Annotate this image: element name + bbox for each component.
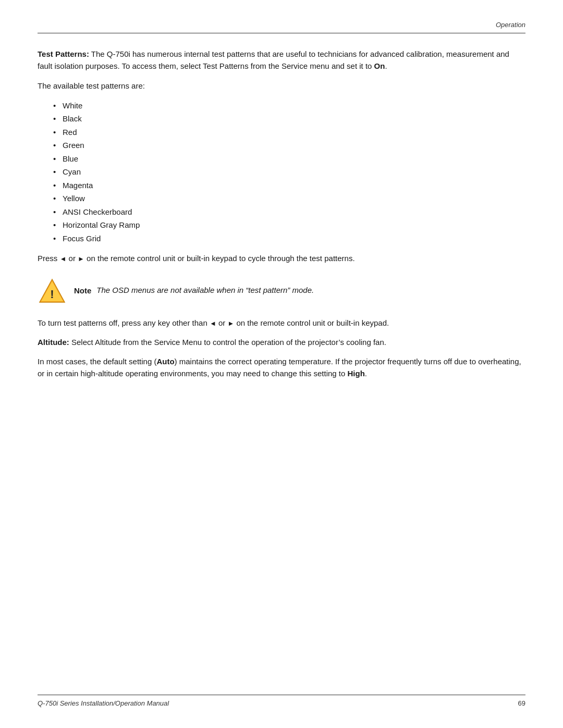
- list-item: Blue: [53, 152, 525, 166]
- note-text-area: Note The OSD menus are not available whe…: [74, 285, 314, 297]
- press-or: or: [66, 254, 78, 263]
- altitude-label: Altitude:: [38, 338, 69, 347]
- warning-icon: ! !: [38, 276, 67, 305]
- press-text-before: Press: [38, 254, 60, 263]
- most-cases-before: In most cases, the default setting (: [38, 357, 156, 366]
- turn-off-text-before: To turn test patterns off, press any key…: [38, 318, 210, 327]
- list-item: Black: [53, 112, 525, 126]
- list-item: Horizontal Gray Ramp: [53, 218, 525, 232]
- intro-on-bold: On: [374, 61, 385, 70]
- most-cases-period: .: [365, 369, 367, 378]
- bullet-list: White Black Red Green Blue Cyan Magenta …: [53, 99, 525, 245]
- list-item: Green: [53, 139, 525, 152]
- altitude-text: Select Altitude from the Service Menu to…: [69, 338, 386, 347]
- list-item: Cyan: [53, 165, 525, 179]
- list-item: Magenta: [53, 179, 525, 192]
- list-item: Yellow: [53, 192, 525, 205]
- auto-bold: Auto: [156, 357, 174, 366]
- section-label: Operation: [496, 21, 525, 29]
- turn-off-text-after: on the remote control unit or built-in k…: [234, 318, 389, 327]
- warning-triangle-svg: ! !: [39, 277, 66, 304]
- high-bold: High: [348, 369, 365, 378]
- note-label: Note: [74, 286, 91, 295]
- most-cases-paragraph: In most cases, the default setting (Auto…: [38, 355, 525, 380]
- intro-period: .: [385, 61, 387, 70]
- turn-off-right-arrow: ►: [227, 318, 234, 329]
- page-container: Operation Test Patterns: The Q-750i has …: [0, 0, 563, 728]
- right-arrow-icon: ►: [78, 254, 84, 264]
- list-item: Focus Grid: [53, 232, 525, 245]
- svg-text:!: !: [51, 289, 54, 298]
- available-label: The available test patterns are:: [38, 80, 525, 92]
- press-text-after: on the remote control unit or built-in k…: [84, 254, 355, 263]
- footer-left: Q-750i Series Installation/Operation Man…: [38, 699, 169, 707]
- list-item: Red: [53, 126, 525, 139]
- header-rule: [38, 33, 525, 33]
- section-header: Operation: [38, 21, 525, 29]
- press-paragraph: Press ◄ or ► on the remote control unit …: [38, 252, 525, 264]
- turn-off-or: or: [216, 318, 228, 327]
- intro-text: The Q-750i has numerous internal test pa…: [38, 50, 509, 70]
- turn-off-paragraph: To turn test patterns off, press any key…: [38, 317, 525, 329]
- altitude-paragraph: Altitude: Select Altitude from the Servi…: [38, 336, 525, 348]
- footer-page-number: 69: [518, 699, 525, 707]
- test-patterns-intro: Test Patterns: The Q-750i has numerous i…: [38, 48, 525, 72]
- list-item: White: [53, 99, 525, 113]
- footer: Q-750i Series Installation/Operation Man…: [38, 695, 525, 707]
- main-content: Test Patterns: The Q-750i has numerous i…: [38, 48, 525, 380]
- left-arrow-icon: ◄: [60, 254, 67, 264]
- note-text: The OSD menus are not available when in …: [96, 285, 314, 297]
- list-item: ANSI Checkerboard: [53, 205, 525, 219]
- note-box: ! ! Note The OSD menus are not available…: [38, 276, 525, 305]
- turn-off-left-arrow: ◄: [210, 318, 216, 329]
- test-patterns-label: Test Patterns:: [38, 50, 89, 58]
